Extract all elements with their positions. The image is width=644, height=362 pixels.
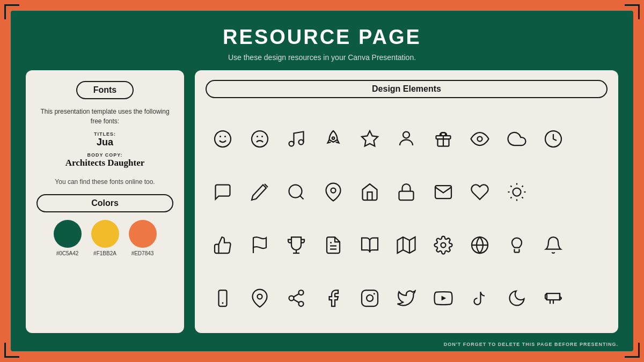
swatch-yellow: #F1BB2A (91, 220, 119, 256)
icon-phone (206, 272, 240, 323)
icon-gift (426, 113, 460, 164)
svg-line-17 (300, 195, 304, 199)
svg-point-44 (257, 294, 262, 299)
svg-point-13 (478, 136, 482, 141)
icon-document (316, 219, 350, 270)
icon-share (279, 272, 313, 323)
icon-heart (463, 166, 497, 217)
icon-empty-1 (573, 113, 608, 164)
icon-pencil (242, 166, 276, 217)
icon-megaphone (536, 272, 570, 323)
swatch-hex-green: #0C5A42 (56, 250, 79, 256)
icon-clock (536, 113, 570, 164)
icon-youtube (426, 272, 460, 323)
svg-point-7 (299, 139, 304, 144)
left-panel: Fonts This presentation template uses th… (26, 70, 184, 333)
icon-chat (206, 166, 240, 217)
icon-moon (500, 272, 534, 323)
svg-point-37 (441, 242, 445, 247)
icon-bell (536, 219, 570, 270)
icon-trophy (279, 219, 313, 270)
colors-section: Colors #0C5A42 #F1BB2A #ED7843 (36, 194, 173, 256)
icon-flag (242, 219, 276, 270)
content-area: Fonts This presentation template uses th… (11, 70, 633, 338)
icon-thumbsup (206, 219, 240, 270)
swatch-orange: #ED7843 (129, 220, 157, 256)
icon-tiktok (463, 272, 497, 323)
svg-point-8 (332, 137, 334, 139)
body-font-entry: BODY COPY: Architects Daughter (65, 152, 144, 168)
icon-empty-4 (573, 219, 608, 270)
svg-line-48 (294, 299, 299, 302)
design-elements-header: Design Elements (206, 80, 608, 106)
color-swatches: #0C5A42 #F1BB2A #ED7843 (36, 220, 173, 256)
svg-point-3 (252, 131, 268, 147)
title-font-entry: TITLES: Jua (94, 131, 116, 148)
swatch-green: #0C5A42 (54, 220, 82, 256)
svg-point-16 (289, 184, 302, 197)
fonts-note: You can find these fonts online too. (55, 178, 155, 186)
icon-empty-3 (573, 166, 608, 217)
icon-empty-5 (573, 272, 608, 323)
fonts-description: This presentation template uses the foll… (36, 107, 173, 126)
design-elements-heading: Design Elements (206, 80, 608, 98)
icon-empty-2 (536, 166, 570, 217)
icon-mail (426, 166, 460, 217)
icon-globe (463, 219, 497, 270)
page-subtitle: Use these design resources in your Canva… (21, 53, 623, 62)
page-title: RESOURCE PAGE (21, 26, 623, 49)
icon-pin (316, 166, 350, 217)
svg-point-18 (331, 188, 335, 193)
svg-point-45 (299, 290, 304, 295)
icons-grid (206, 113, 608, 323)
svg-point-6 (289, 141, 294, 146)
icon-sun (500, 166, 534, 217)
swatch-hex-yellow: #F1BB2A (93, 250, 116, 256)
icon-location (242, 272, 276, 323)
svg-line-27 (510, 197, 511, 198)
svg-point-20 (513, 188, 521, 196)
right-panel: Design Elements (195, 70, 618, 333)
icon-map (389, 219, 423, 270)
swatch-hex-orange: #ED7843 (131, 250, 154, 256)
svg-line-23 (510, 186, 511, 187)
svg-line-24 (522, 197, 523, 198)
svg-marker-52 (442, 295, 447, 300)
svg-line-28 (522, 186, 523, 187)
title-font-name: Jua (94, 137, 116, 148)
svg-line-49 (294, 293, 299, 297)
footer-text: DON'T FORGET TO DELETE THIS PAGE BEFORE … (444, 342, 618, 347)
swatch-circle-green (54, 220, 82, 248)
icon-lightbulb (500, 219, 534, 270)
header-section: RESOURCE PAGE Use these design resources… (11, 11, 633, 70)
svg-point-47 (299, 301, 304, 306)
svg-marker-34 (398, 237, 415, 253)
svg-point-46 (289, 295, 294, 300)
swatch-circle-yellow (91, 220, 119, 248)
footer-bar: DON'T FORGET TO DELETE THIS PAGE BEFORE … (11, 338, 633, 351)
fonts-description-text: This presentation template uses the foll… (40, 108, 169, 125)
title-font-label: TITLES: (94, 131, 116, 137)
svg-rect-50 (362, 290, 378, 306)
svg-point-10 (403, 131, 409, 138)
icon-lock (389, 166, 423, 217)
swatch-circle-orange (129, 220, 157, 248)
svg-rect-19 (399, 191, 414, 200)
icon-person (389, 113, 423, 164)
icon-settings (426, 219, 460, 270)
icon-eye (463, 113, 497, 164)
svg-marker-9 (362, 131, 378, 146)
icon-facebook (316, 272, 350, 323)
body-font-name: Architects Daughter (65, 158, 144, 168)
icon-book (353, 219, 387, 270)
icon-twitter (389, 272, 423, 323)
icon-search (279, 166, 313, 217)
body-font-label: BODY COPY: (65, 152, 144, 158)
icon-instagram (353, 272, 387, 323)
icon-smiley (206, 113, 240, 164)
icon-music (279, 113, 313, 164)
icon-home (353, 166, 387, 217)
main-container: RESOURCE PAGE Use these design resources… (11, 11, 633, 351)
svg-point-0 (215, 131, 231, 147)
fonts-heading: Fonts (76, 81, 134, 99)
